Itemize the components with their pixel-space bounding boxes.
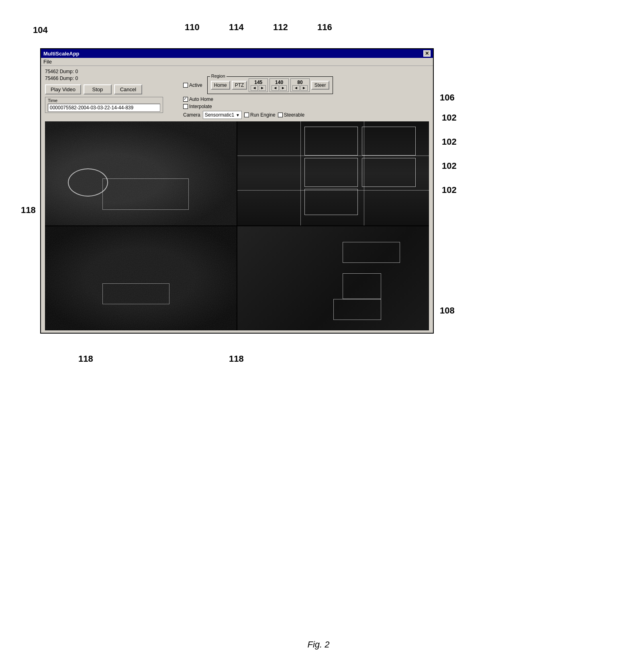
- grid-v-1: [300, 121, 301, 225]
- building-1: [304, 127, 358, 156]
- grid-overlay: [237, 121, 429, 225]
- stepper-80-value: 80: [297, 80, 302, 85]
- app-window: MultiScaleApp ✕ File 75462 Dump: 0 75466…: [40, 48, 434, 334]
- ptz-button[interactable]: PTZ: [232, 81, 247, 90]
- run-engine-checkbox[interactable]: [244, 113, 249, 117]
- annotation-110: 110: [185, 22, 200, 33]
- stepper-140-value: 140: [275, 80, 283, 85]
- annotation-118-bottom-right: 118: [229, 354, 244, 364]
- stepper-80: 80 ◄ ►: [290, 78, 310, 92]
- play-video-button[interactable]: Play Video: [45, 84, 81, 94]
- active-checkbox-group: Active: [183, 82, 202, 88]
- auto-home-checkbox[interactable]: [183, 97, 188, 102]
- stepper-80-left[interactable]: ◄: [292, 85, 300, 91]
- stepper-145-right[interactable]: ►: [259, 85, 266, 91]
- interpolate-checkbox-group: Interpolate: [183, 104, 212, 109]
- active-checkbox[interactable]: [183, 83, 188, 88]
- steer-button[interactable]: Steer: [311, 81, 329, 90]
- title-bar: MultiScaleApp ✕: [41, 49, 433, 58]
- region-group: Region Home PTZ 145 ◄ ►: [207, 76, 333, 94]
- building-2: [362, 127, 416, 156]
- building-4: [362, 158, 416, 187]
- annotation-116: 116: [317, 22, 332, 33]
- home-button[interactable]: Home: [211, 81, 230, 90]
- file-menu[interactable]: File: [43, 59, 52, 65]
- interpolate-checkbox[interactable]: [183, 104, 188, 109]
- annotation-104: 104: [33, 25, 48, 35]
- buttons-row: Play Video Stop Cancel: [45, 84, 163, 94]
- stepper-145-value: 145: [254, 80, 262, 85]
- annotation-102-1: 102: [442, 113, 457, 123]
- stepper-140-left[interactable]: ◄: [272, 85, 279, 91]
- annotation-118-left: 118: [21, 205, 36, 215]
- active-label: Active: [189, 82, 202, 88]
- time-group: Time 0000075582-2004-03-03-22-14-44-839: [45, 97, 163, 113]
- video-cell-bottom-left[interactable]: [45, 226, 237, 330]
- stop-button[interactable]: Stop: [84, 84, 112, 94]
- steerable-checkbox[interactable]: [278, 113, 283, 117]
- stepper-140-arrows: ◄ ►: [272, 85, 287, 91]
- video-cell-top-left[interactable]: [45, 121, 237, 225]
- dump-line-2: 75466 Dump: 0: [45, 75, 163, 82]
- video-cell-top-right[interactable]: [237, 121, 429, 225]
- window-content: 75462 Dump: 0 75466 Dump: 0 Play Video S…: [41, 66, 433, 333]
- video-noise-tl: [45, 121, 237, 225]
- video-noise-bl: [45, 226, 237, 330]
- run-engine-label: Run Engine: [250, 112, 276, 118]
- figure-label: Fig. 2: [307, 639, 329, 649]
- video-cell-bottom-right[interactable]: [237, 226, 429, 330]
- annotation-114: 114: [229, 22, 244, 33]
- building-3: [304, 158, 358, 187]
- camera-value: Sensormatic1: [205, 112, 234, 118]
- annotation-102-3: 102: [442, 161, 457, 171]
- stepper-140: 140 ◄ ►: [270, 78, 289, 92]
- annotation-118-bottom-left: 118: [78, 354, 93, 364]
- vehicle-outline-1: [343, 242, 400, 263]
- region-group-label: Region: [210, 74, 227, 78]
- stepper-140-right[interactable]: ►: [280, 85, 287, 91]
- annotation-112: 112: [273, 22, 288, 33]
- dump-line-1: 75462 Dump: 0: [45, 68, 163, 75]
- building-5: [304, 189, 358, 215]
- steerable-label: Steerable: [284, 112, 304, 118]
- cancel-button[interactable]: Cancel: [114, 84, 142, 94]
- svg-rect-0: [45, 121, 237, 225]
- run-engine-checkbox-group: Run Engine: [244, 112, 276, 118]
- time-input[interactable]: 0000075582-2004-03-03-22-14-44-839: [48, 104, 160, 112]
- annotation-102-2: 102: [442, 137, 457, 147]
- auto-home-label: Auto Home: [189, 96, 213, 102]
- close-button[interactable]: ✕: [423, 50, 431, 57]
- auto-home-checkbox-group: Auto Home: [183, 96, 213, 102]
- outline-bl: [102, 283, 169, 304]
- dropdown-arrow-icon: ▼: [236, 113, 240, 117]
- camera-label: Camera: [183, 112, 200, 118]
- window-title: MultiScaleApp: [43, 51, 80, 57]
- camera-row: Camera Sensormatic1 ▼ Run Engine Steerab…: [183, 111, 333, 119]
- interpolate-label: Interpolate: [189, 104, 212, 109]
- stepper-145-arrows: ◄ ►: [251, 85, 266, 91]
- left-controls: 75462 Dump: 0 75466 Dump: 0 Play Video S…: [45, 68, 163, 115]
- annotation-108: 108: [440, 305, 455, 316]
- stepper-80-right[interactable]: ►: [300, 85, 308, 91]
- camera-dropdown[interactable]: Sensormatic1 ▼: [203, 111, 242, 119]
- stepper-145: 145 ◄ ►: [249, 78, 268, 92]
- stepper-145-left[interactable]: ◄: [251, 85, 258, 91]
- time-label: Time: [48, 98, 160, 103]
- annotation-102-4: 102: [442, 185, 457, 195]
- stepper-80-arrows: ◄ ►: [292, 85, 308, 91]
- menu-bar: File: [41, 58, 433, 66]
- annotation-106: 106: [440, 92, 455, 103]
- grid-h-1: [237, 156, 429, 156]
- vehicle-outline-3: [333, 299, 381, 320]
- svg-rect-1: [45, 226, 237, 330]
- steerable-checkbox-group: Steerable: [278, 112, 304, 118]
- dump-info: 75462 Dump: 0 75466 Dump: 0: [45, 68, 163, 82]
- right-controls: Active Region Home PTZ 145 ◄: [183, 76, 333, 119]
- video-grid: [45, 121, 429, 330]
- vehicle-outline-2: [343, 273, 381, 299]
